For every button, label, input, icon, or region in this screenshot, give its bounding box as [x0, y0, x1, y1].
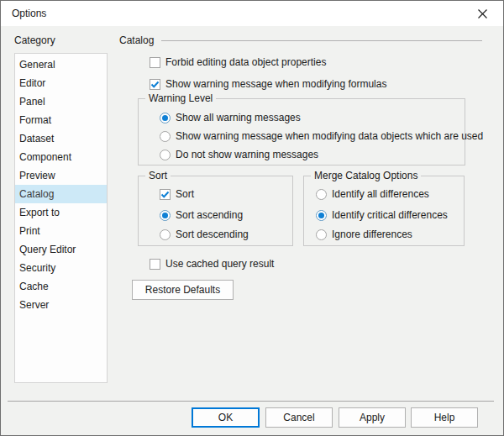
sidebar-item-general[interactable]: General [15, 55, 107, 74]
sidebar-item-preview[interactable]: Preview [15, 166, 107, 185]
sidebar-item-dataset[interactable]: Dataset [15, 129, 107, 148]
sidebar-item-catalog[interactable]: Catalog [15, 185, 107, 203]
radio-no-warnings-label: Do not show warning messages [176, 149, 318, 160]
radio-icon [316, 189, 327, 200]
category-label: Category [14, 34, 55, 46]
checkbox-show-warning-label: Show warning message when modifying form… [165, 78, 386, 90]
options-dialog: Options Category General Editor Panel Fo… [0, 0, 504, 436]
ok-button[interactable]: OK [192, 407, 260, 428]
radio-ignore-differences-label: Ignore differences [332, 229, 412, 240]
sidebar-item-print[interactable]: Print [15, 222, 107, 240]
radio-warn-when-used-label: Show warning message when modifying data… [176, 130, 483, 142]
checkbox-checked-icon [160, 189, 171, 200]
radio-selected-icon [160, 113, 171, 123]
radio-icon [160, 229, 171, 240]
radio-selected-icon [316, 210, 327, 221]
checkbox-use-cached-query-label: Use cached query result [165, 258, 274, 270]
radio-identify-critical-differences-label: Identify critical differences [332, 209, 448, 221]
radio-sort-ascending-label: Sort ascending [176, 209, 243, 221]
sidebar-item-editor[interactable]: Editor [15, 74, 107, 92]
radio-icon [160, 131, 171, 142]
sidebar-item-export-to[interactable]: Export to [15, 203, 107, 222]
sort-group: Sort Sort Sort ascending Sort descending [138, 176, 293, 246]
radio-identify-all-differences-label: Identify all differences [332, 188, 429, 200]
apply-button[interactable]: Apply [339, 407, 406, 428]
close-icon [478, 9, 487, 18]
restore-defaults-button[interactable]: Restore Defaults [132, 280, 234, 300]
close-button[interactable] [465, 1, 500, 26]
footer-separator [8, 401, 494, 402]
titlebar: Options [1, 1, 503, 26]
cancel-button[interactable]: Cancel [265, 407, 333, 428]
sidebar-item-panel[interactable]: Panel [15, 92, 107, 111]
sidebar-item-cache[interactable]: Cache [15, 277, 107, 296]
radio-sort-descending[interactable]: Sort descending [160, 228, 249, 241]
section-title: Catalog [119, 34, 154, 46]
warning-level-group: Warning Level Show all warning messages … [138, 98, 465, 165]
merge-catalog-options-group-title: Merge Catalog Options [311, 170, 421, 181]
checkbox-use-cached-query[interactable]: Use cached query result [150, 257, 274, 271]
radio-identify-critical-differences[interactable]: Identify critical differences [316, 208, 448, 222]
radio-sort-ascending[interactable]: Sort ascending [160, 208, 243, 222]
radio-warn-when-used[interactable]: Show warning message when modifying data… [160, 129, 483, 143]
section-header: Catalog [119, 34, 482, 46]
checkmark-icon [150, 80, 160, 89]
window-title: Options [12, 8, 46, 19]
radio-no-warnings[interactable]: Do not show warning messages [160, 148, 318, 161]
radio-icon [316, 229, 327, 240]
help-button[interactable]: Help [411, 407, 478, 428]
sidebar-item-query-editor[interactable]: Query Editor [15, 240, 107, 259]
radio-selected-icon [160, 210, 171, 221]
checkbox-forbid-editing-label: Forbid editing data object properties [165, 56, 326, 68]
sidebar-item-format[interactable]: Format [15, 111, 107, 129]
section-header-rule [161, 40, 482, 41]
checkbox-icon [150, 259, 160, 270]
checkbox-sort-label: Sort [176, 188, 194, 200]
checkbox-checked-icon [150, 79, 160, 90]
sidebar-item-server[interactable]: Server [15, 296, 107, 314]
radio-show-all-warnings-label: Show all warning messages [176, 112, 301, 123]
checkbox-show-warning[interactable]: Show warning message when modifying form… [150, 77, 386, 91]
sort-group-title: Sort [145, 170, 171, 181]
radio-show-all-warnings[interactable]: Show all warning messages [160, 111, 301, 124]
checkbox-sort[interactable]: Sort [160, 187, 194, 201]
sidebar-item-security[interactable]: Security [15, 259, 107, 277]
checkbox-forbid-editing[interactable]: Forbid editing data object properties [150, 55, 326, 69]
checkmark-icon [160, 190, 170, 199]
radio-ignore-differences[interactable]: Ignore differences [316, 228, 412, 241]
warning-level-group-title: Warning Level [145, 92, 216, 104]
radio-icon [160, 150, 171, 160]
sidebar-item-component[interactable]: Component [15, 148, 107, 166]
category-list: General Editor Panel Format Dataset Comp… [14, 53, 108, 383]
radio-sort-descending-label: Sort descending [176, 229, 249, 240]
merge-catalog-options-group: Merge Catalog Options Identify all diffe… [303, 176, 465, 246]
radio-identify-all-differences[interactable]: Identify all differences [316, 187, 429, 201]
checkbox-icon [150, 57, 160, 68]
